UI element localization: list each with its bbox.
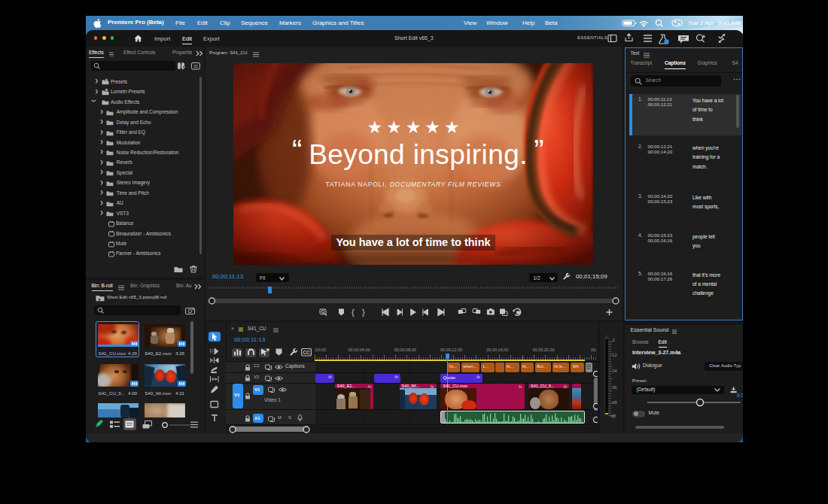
svg-text:}: }	[362, 308, 365, 317]
svg-text:{: {	[352, 308, 355, 317]
svg-text:CC: CC	[303, 350, 310, 355]
svg-text:32: 32	[193, 64, 198, 68]
